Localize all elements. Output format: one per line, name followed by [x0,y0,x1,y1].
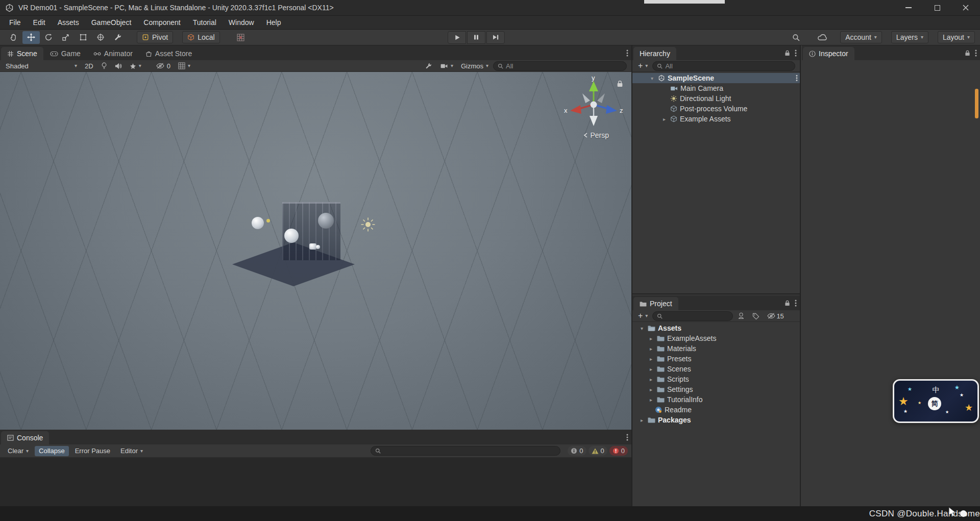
tab-animator[interactable]: Animator [87,47,139,60]
rotate-tool-button[interactable] [40,31,57,44]
custom-tool-button[interactable] [109,31,127,44]
project-row-packages[interactable]: ▸ Packages [632,415,800,425]
caret-right-icon[interactable]: ▸ [648,397,654,403]
menu-window[interactable]: Window [223,16,260,29]
scene-tools-button[interactable] [422,61,435,71]
caret-right-icon[interactable]: ▸ [639,417,645,423]
step-button[interactable] [486,31,505,44]
scene-panel-menu-icon[interactable] [626,49,628,57]
project-row-assets[interactable]: ▾ Assets [632,323,800,333]
project-row-scripts[interactable]: ▸ Scripts [632,374,800,384]
menu-assets[interactable]: Assets [52,16,85,29]
inspector-scrollbar-thumb[interactable] [975,89,978,118]
console-editor-dropdown[interactable]: Editor ▾ [116,446,147,456]
console-error-badge[interactable]: 0 [609,446,628,456]
menu-help[interactable]: Help [260,16,287,29]
console-error-pause-button[interactable]: Error Pause [71,446,114,456]
layers-dropdown[interactable]: Layers ▾ [891,31,928,43]
tab-asset-store[interactable]: Asset Store [139,47,198,60]
search-by-type-icon[interactable] [734,311,748,321]
transform-tool-button[interactable] [92,31,109,44]
pause-button[interactable] [467,31,485,44]
project-row-tutorialinfo[interactable]: ▸ TutorialInfo [632,394,800,405]
hand-tool-button[interactable] [5,31,22,44]
scene-light-gizmo-dot[interactable] [266,219,270,222]
play-button[interactable] [448,31,466,44]
caret-right-icon[interactable]: ▸ [648,387,654,392]
menu-gameobject[interactable]: GameObject [85,16,138,29]
scene-viewport[interactable]: y x z Persp [0,72,631,430]
search-by-label-icon[interactable] [749,311,763,321]
console-info-badge[interactable]: 0 [568,446,586,456]
tab-scene[interactable]: Scene [1,47,43,60]
console-clear-button[interactable]: Clear ▾ [4,446,33,456]
scene-effects-dropdown[interactable]: ▾ [127,61,144,71]
lock-icon[interactable] [785,50,790,56]
scale-tool-button[interactable] [57,31,75,44]
caret-down-icon[interactable]: ▾ [649,76,655,81]
gizmo-lock-icon[interactable] [617,80,623,87]
layout-dropdown[interactable]: Layout ▾ [938,31,975,43]
hierarchy-panel-menu-icon[interactable] [795,49,797,57]
scene-options-menu-icon[interactable] [796,75,798,82]
project-row-readme[interactable]: Readme [632,405,800,415]
maximize-button[interactable] [923,0,951,15]
lock-icon[interactable] [785,300,790,306]
move-tool-button[interactable] [22,31,40,44]
scene-audio-toggle[interactable] [112,61,125,71]
project-row-scenes[interactable]: ▸ Scenes [632,364,800,374]
console-warning-badge[interactable]: 0 [589,446,607,456]
project-panel-menu-icon[interactable] [795,299,797,307]
hierarchy-row-directional-light[interactable]: Directional Light [632,93,800,104]
caret-right-icon[interactable]: ▸ [661,116,668,122]
project-row-exampleassets[interactable]: ▸ ExampleAssets [632,333,800,343]
gizmos-dropdown[interactable]: Gizmos ▾ [458,61,492,71]
tab-console[interactable]: Console [1,431,49,444]
cloud-services-button[interactable] [814,31,831,44]
caret-right-icon[interactable]: ▸ [648,356,654,362]
project-add-button[interactable]: + ▾ [635,311,651,321]
local-toggle-button[interactable]: Local [182,31,219,43]
caret-right-icon[interactable]: ▸ [648,346,654,352]
lock-icon[interactable] [965,50,970,56]
hierarchy-row-example-assets[interactable]: ▸ Example Assets [632,114,800,124]
menu-file[interactable]: File [3,16,27,29]
menu-component[interactable]: Component [137,16,186,29]
hierarchy-add-button[interactable]: + ▾ [635,61,651,71]
caret-down-icon[interactable]: ▾ [639,326,645,331]
shading-mode-dropdown[interactable]: Shaded ▾ [3,61,80,71]
project-row-presets[interactable]: ▸ Presets [632,354,800,364]
scene-grid-dropdown[interactable]: ▾ [175,61,193,71]
inspector-panel-menu-icon[interactable] [975,49,977,57]
console-search-input[interactable] [371,446,560,456]
hierarchy-row-main-camera[interactable]: Main Camera [632,83,800,93]
hierarchy-row-post-process-volume[interactable]: Post-process Volume [632,104,800,114]
pivot-toggle-button[interactable]: Pivot [137,31,173,43]
tab-game[interactable]: Game [44,47,87,60]
scene-object-sphere[interactable] [252,217,264,229]
account-dropdown[interactable]: Account ▾ [840,31,882,43]
menu-tutorial[interactable]: Tutorial [187,16,223,29]
scene-object-sphere[interactable] [284,229,299,243]
scene-lighting-toggle[interactable] [98,61,110,71]
orientation-gizmo[interactable]: y x z [562,75,625,132]
scene-camera-gizmo[interactable] [309,243,316,250]
hierarchy-search-input[interactable]: All [652,61,795,71]
tab-inspector[interactable]: Inspector [803,47,854,60]
hidden-packages-counter[interactable]: 15 [764,311,787,321]
caret-right-icon[interactable]: ▸ [648,366,654,372]
console-collapse-button[interactable]: Collapse [35,446,69,456]
project-row-settings[interactable]: ▸ Settings [632,384,800,394]
project-row-materials[interactable]: ▸ Materials [632,343,800,354]
caret-right-icon[interactable]: ▸ [648,377,654,382]
scene-visibility-toggle[interactable]: 0 [153,61,174,71]
scene-camera-dropdown[interactable]: ▾ [437,61,456,71]
close-button[interactable] [951,0,980,15]
project-search-input[interactable] [652,311,733,321]
projection-mode-button[interactable]: Persp [583,131,609,139]
minimize-button[interactable] [894,0,923,15]
scene-object-sphere[interactable] [318,213,334,229]
console-log-area[interactable] [0,458,631,506]
2d-toggle-button[interactable]: 2D [82,61,96,71]
rect-tool-button[interactable] [75,31,92,44]
